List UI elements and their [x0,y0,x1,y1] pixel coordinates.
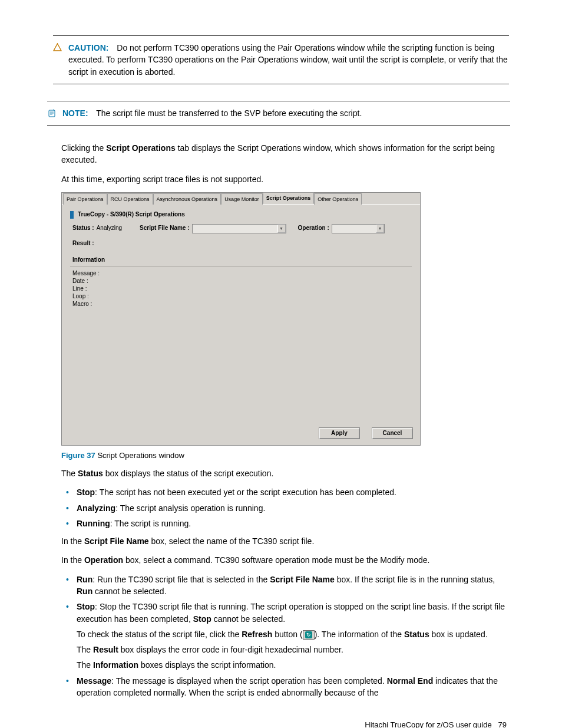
panel-title: TrueCopy - S/390(R) Script Operations [78,210,185,219]
chevron-down-icon: ▼ [277,225,286,233]
list-item: Stop: The script has not been executed y… [61,486,509,498]
info-block: Message : Date : Line : Loop : Macro : [72,269,420,308]
status-desc: The Status box displays the status of th… [61,467,509,479]
operation-list: Run: Run the TC390 script file that is s… [61,574,509,699]
script-file-desc: In the Script File Name box, select the … [61,535,509,547]
message-label: Message : [72,269,420,277]
status-label: Status : [72,224,94,233]
title-marker [70,211,74,219]
script-file-dropdown[interactable]: ▼ [192,224,286,233]
caution-callout: CAUTION: Do not perform TC390 operations… [53,35,509,84]
macro-label: Macro : [72,300,420,308]
list-item: Running: The script is running. [61,518,509,529]
refresh-desc: To check the status of the script file, … [77,628,509,640]
operation-desc: In the Operation box, select a command. … [61,554,509,566]
list-item: Analyzing: The script analysis operation… [61,502,509,514]
tab-script-operations[interactable]: Script Operations [263,192,315,204]
note-callout: NOTE: The script file must be transferre… [47,101,510,126]
caution-icon [53,42,68,51]
information-label: Information [72,256,420,265]
date-label: Date : [72,277,420,285]
loop-label: Loop : [72,292,420,300]
list-item: Message: The message is displayed when t… [61,675,509,699]
script-file-label: Script File Name : [140,224,189,233]
figure-caption: Figure 37 Script Operations window [61,450,509,462]
status-value: Analyzing [97,224,122,233]
operation-label: Operation : [298,224,329,233]
tab-pair-operations[interactable]: Pair Operations [63,193,107,205]
tab-async-operations[interactable]: Asynchronous Operations [153,193,222,205]
cancel-button[interactable]: Cancel [372,427,413,439]
tab-usage-monitor[interactable]: Usage Monitor [221,193,263,205]
tab-row: Pair Operations RCU Operations Asynchron… [62,193,420,205]
tab-rcu-operations[interactable]: RCU Operations [107,193,153,205]
intro-p1: Clicking the Script Operations tab displ… [61,142,509,166]
information-desc: The Information boxes displays the scrip… [77,659,509,671]
line-label: Line : [72,285,420,292]
chevron-down-icon: ▼ [376,225,384,233]
list-item: Stop: Stop the TC390 script file that is… [61,601,509,671]
note-label: NOTE: [62,108,88,118]
operation-dropdown[interactable]: ▼ [332,224,385,233]
status-list: Stop: The script has not been executed y… [61,486,509,529]
figure-37: Pair Operations RCU Operations Asynchron… [61,192,509,462]
result-desc: The Result box displays the error code i… [77,644,509,655]
caution-text: Do not perform TC390 operations using th… [68,43,508,77]
list-item: Run: Run the TC390 script file that is s… [61,574,509,598]
result-label: Result : [72,239,420,248]
intro-p2: At this time, exporting script trace fil… [61,173,509,185]
script-operations-window: Pair Operations RCU Operations Asynchron… [61,192,421,446]
refresh-icon: ↻ [303,630,315,640]
note-text: The script file must be transferred to t… [96,108,362,118]
page-footer: Hitachi TrueCopy for z/OS user guide 79 [53,720,509,728]
tab-other-operations[interactable]: Other Operations [314,193,362,205]
apply-button[interactable]: Apply [319,427,360,439]
caution-label: CAUTION: [68,43,108,52]
divider [70,266,412,267]
svg-rect-0 [49,110,55,117]
note-icon [47,107,62,118]
